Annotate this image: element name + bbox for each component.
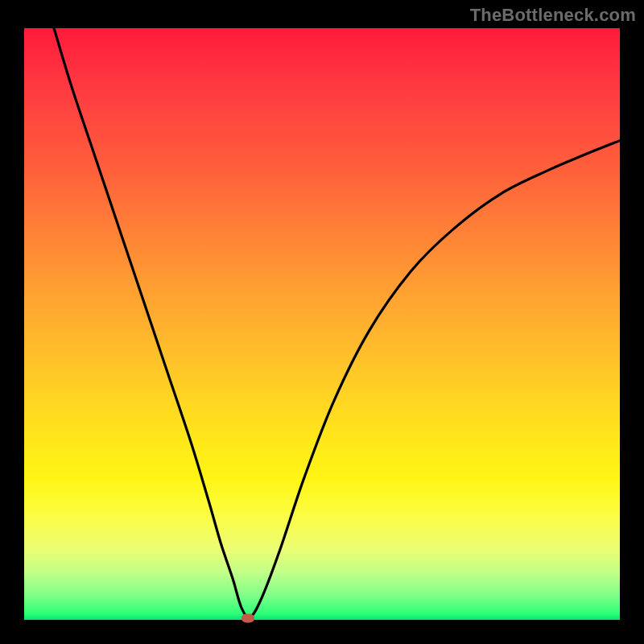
notch-marker (242, 613, 254, 622)
bottleneck-curve (54, 28, 620, 617)
curve-svg (24, 28, 620, 620)
chart-frame: TheBottleneck.com (0, 0, 644, 644)
watermark-text: TheBottleneck.com (470, 5, 636, 26)
plot-area (24, 28, 620, 620)
